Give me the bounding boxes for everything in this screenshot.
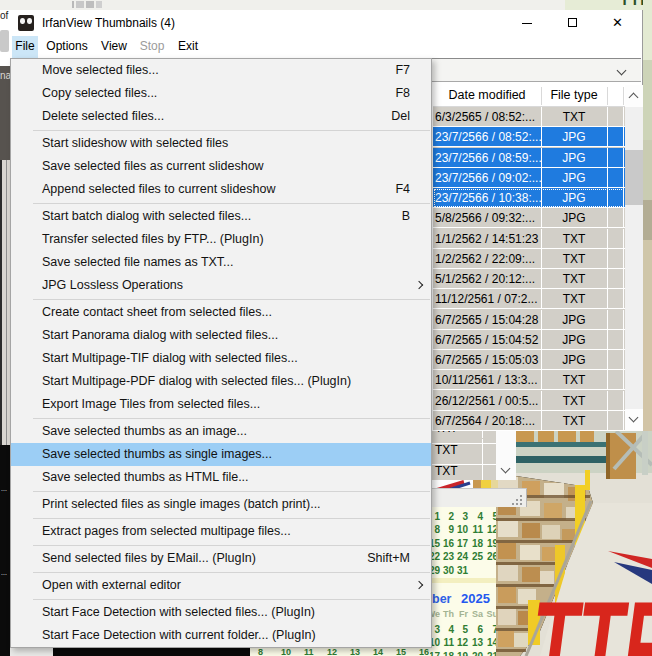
calendar-date[interactable]: 26 (482, 551, 496, 562)
menu-shortcut: Shift+M (367, 547, 410, 570)
title-bar[interactable]: IrfanView Thumbnails (4) ✕ (10, 10, 642, 36)
calendar-date[interactable]: 24 (452, 551, 468, 562)
column-header-date-modified[interactable]: Date modified (433, 88, 541, 102)
file-row[interactable]: 1/2/2562 / 22:09:...TXT (433, 249, 625, 269)
menubar-item-exit[interactable]: Exit (174, 36, 202, 58)
calendar-date[interactable]: 31 (452, 565, 468, 576)
calendar-date[interactable]: 18 (467, 538, 483, 549)
cell-file-type: JPG (541, 333, 607, 347)
file-row[interactable]: 23/7/2566 / 10:38:...JPG (433, 188, 625, 208)
scroll-up-button[interactable] (625, 85, 643, 107)
cell-date-modified: 23/7/2566 / 08:52:... (435, 130, 542, 144)
menu-shortcut: Del (391, 105, 410, 128)
menu-item[interactable]: Start Face Detection with selected files… (11, 601, 431, 624)
close-button[interactable]: ✕ (596, 10, 642, 36)
menu-shortcut: F8 (395, 82, 410, 105)
calendar-date[interactable]: 19 (452, 651, 468, 656)
calendar-date[interactable]: 10 (452, 524, 468, 535)
menubar-item-options[interactable]: Options (44, 36, 90, 58)
menu-item[interactable]: Export Image Tiles from selected files..… (11, 393, 431, 416)
menu-item-label: Start Face Detection with current folder… (42, 628, 316, 642)
menu-item[interactable]: Start Face Detection with current folder… (11, 624, 431, 647)
file-row[interactable]: 23/7/2566 / 08:52:...JPG (433, 127, 625, 147)
menu-item[interactable]: JPG Lossless Operations (11, 274, 431, 297)
menu-item[interactable]: Copy selected files...F8 (11, 82, 431, 105)
background-text-fragment: ... (1, 485, 7, 492)
file-row[interactable]: 6/7/2565 / 15:04:28JPG (433, 310, 625, 330)
menu-item-label: Save selected thumbs as an image... (42, 424, 247, 438)
menu-item[interactable]: Move selected files...F7 (11, 59, 431, 82)
calendar-date[interactable]: 12 (482, 524, 496, 535)
calendar-date[interactable]: 17 (452, 538, 468, 549)
file-row[interactable]: 5/8/2566 / 09:32:...JPG (433, 208, 625, 228)
maximize-button[interactable] (550, 10, 596, 36)
file-row[interactable]: 6/7/2565 / 15:04:52JPG (433, 330, 625, 350)
calendar-date[interactable]: 25 (467, 551, 483, 562)
menu-item[interactable]: Save selected thumbs as HTML file... (11, 466, 431, 489)
calendar-month-label: ber (432, 592, 451, 606)
menu-item[interactable]: Start Multipage-PDF dialog with selected… (11, 370, 431, 393)
file-row[interactable]: 10/11/2561 / 13:3...TXT (433, 370, 625, 390)
cell-file-type: TXT (541, 110, 607, 124)
file-row[interactable]: 1/1/2562 / 14:51:23TXT (433, 229, 625, 249)
calendar-date[interactable]: 7 (482, 624, 496, 635)
cell-file-type: TXT (541, 394, 607, 408)
scrollbar-thumb[interactable] (625, 150, 643, 205)
file-row[interactable]: 6/3/2565 / 08:52:...TXT (433, 107, 625, 127)
menu-item[interactable]: Delete selected files...Del (11, 105, 431, 128)
file-row[interactable]: 6/7/2565 / 15:05:03JPG (433, 350, 625, 370)
menu-item[interactable]: Save selected file names as TXT... (11, 251, 431, 274)
file-row[interactable]: 6/7/2564 / 20:18:...TXT (433, 411, 625, 431)
file-row[interactable]: 11/12/2561 / 07:2...TXT (433, 289, 625, 309)
file-list[interactable]: Date modifiedFile type6/3/2565 / 08:52:.… (433, 85, 643, 431)
file-row[interactable]: 23/7/2566 / 09:02:...JPG (433, 168, 625, 188)
menu-item[interactable]: Start slideshow with selected files (11, 132, 431, 155)
menubar-item-view[interactable]: View (98, 36, 130, 58)
cell-date-modified: 26/12/2561 / 00:5... (435, 394, 538, 408)
menu-item[interactable]: Send selected files by EMail... (PlugIn)… (11, 547, 431, 570)
calendar-date[interactable]: 12 (452, 637, 468, 648)
chevron-down-icon (617, 66, 627, 76)
menu-item[interactable]: Create contact sheet from selected files… (11, 301, 431, 324)
calendar-date[interactable]: 14 (482, 637, 496, 648)
file-row[interactable]: 5/1/2562 / 20:12:...TXT (433, 269, 625, 289)
vertical-scrollbar[interactable] (625, 85, 643, 431)
menu-item[interactable]: Start batch dialog with selected files..… (11, 205, 431, 228)
menubar-item-file[interactable]: File (12, 36, 38, 58)
menu-item[interactable]: Transfer selected files by FTP... (PlugI… (11, 228, 431, 251)
file-row[interactable]: 26/12/2561 / 00:5...TXT (433, 391, 625, 411)
menubar-item-stop[interactable]: Stop (136, 36, 168, 58)
calendar-date[interactable]: 4 (467, 511, 483, 522)
calendar-date[interactable]: 5 (482, 511, 496, 522)
background-window-icon (72, 1, 102, 8)
calendar-date[interactable]: 21 (482, 651, 496, 656)
column-header-file-type[interactable]: File type (541, 88, 607, 102)
cell-date-modified: 23/7/2566 / 10:38:... (435, 191, 542, 205)
minimize-button[interactable] (504, 10, 550, 36)
calendar-date[interactable]: 3 (452, 511, 468, 522)
calendar-date[interactable]: 20 (467, 651, 483, 656)
calendar-date[interactable]: 19 (482, 538, 496, 549)
menu-item[interactable]: Save selected thumbs as an image... (11, 420, 431, 443)
calendar-date[interactable]: 5 (452, 624, 468, 635)
txt-panel-scrollbar[interactable] (496, 431, 516, 480)
menu-item[interactable]: Print selected files as single images (b… (11, 493, 431, 516)
menu-item[interactable]: Append selected files to current slidesh… (11, 178, 431, 201)
scroll-down-button[interactable] (625, 409, 643, 431)
menu-item[interactable]: Start Multipage-TIF dialog with selected… (11, 347, 431, 370)
menu-item-label: Delete selected files... (42, 109, 164, 123)
cell-file-type: TXT (541, 292, 607, 306)
cell-file-type: JPG (541, 211, 607, 225)
menu-item[interactable]: Extract pages from selected multipage fi… (11, 520, 431, 543)
calendar-date: 13 (350, 648, 360, 656)
file-row[interactable]: 23/7/2566 / 08:59:...JPG (433, 148, 625, 168)
resize-grip[interactable] (512, 494, 523, 505)
calendar-date[interactable]: 11 (467, 524, 483, 535)
menu-item[interactable]: Start Panorama dialog with selected file… (11, 324, 431, 347)
menu-item[interactable]: Save selected thumbs as single images... (11, 443, 431, 466)
menu-item[interactable]: Open with external editor (11, 574, 431, 597)
menu-item[interactable]: Save selected files as current slideshow (11, 155, 431, 178)
svg-text:TTP: TTP (524, 577, 652, 656)
calendar-date[interactable]: 6 (467, 624, 483, 635)
calendar-date[interactable]: 13 (467, 637, 483, 648)
